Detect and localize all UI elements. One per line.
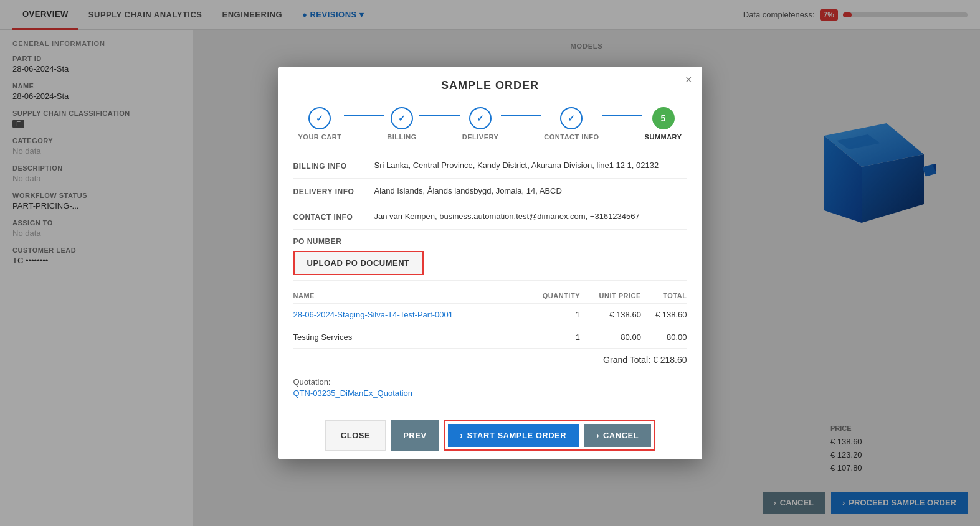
delivery-value: Aland Islands, Ålands landsbygd, Jomala,… (374, 186, 687, 195)
modal-footer: CLOSE PREV › START SAMPLE ORDER › CANCEL (278, 411, 702, 459)
table-row: 28-06-2024-Staging-Silva-T4-Test-Part-00… (293, 304, 687, 326)
step-label-4: CONTACT INFO (544, 133, 599, 141)
step-connector-3 (501, 115, 541, 116)
footer-highlight-box: › START SAMPLE ORDER › CANCEL (444, 420, 655, 451)
billing-key: BILLING INFO (293, 161, 374, 171)
modal-header: SAMPLE ORDER × (278, 67, 702, 102)
billing-info-row: BILLING INFO Sri Lanka, Central Province… (293, 153, 687, 179)
grand-total: Grand Total: € 218.60 (293, 349, 687, 371)
table-row: Testing Services 1 80.00 80.00 (293, 326, 687, 349)
col-name: NAME (293, 288, 526, 304)
step-label-3: DELIVERY (462, 133, 499, 141)
quotation-link[interactable]: QTN-03235_DiManEx_Quotation (293, 388, 413, 398)
step-number-5: 5 (661, 113, 666, 123)
checkmark-icon-3: ✓ (477, 113, 484, 123)
step-summary: 5 SUMMARY (645, 107, 682, 141)
step-circle-2: ✓ (391, 107, 413, 129)
po-label: PO NUMBER (293, 237, 687, 246)
delivery-key: DELIVERY INFO (293, 186, 374, 196)
close-button[interactable]: CLOSE (325, 420, 386, 451)
checkmark-icon-4: ✓ (568, 113, 575, 123)
row2-qty: 1 (525, 326, 580, 349)
billing-value: Sri Lanka, Central Province, Kandy Distr… (374, 161, 687, 170)
start-sample-order-button[interactable]: › START SAMPLE ORDER (448, 424, 579, 447)
step-circle-1: ✓ (308, 107, 331, 129)
row1-qty: 1 (525, 304, 580, 326)
contact-key: CONTACT INFO (293, 212, 374, 222)
table-header-row: NAME QUANTITY UNIT PRICE TOTAL (293, 288, 687, 304)
contact-value: Jan van Kempen, business.automation.test… (374, 212, 687, 221)
step-circle-4: ✓ (560, 107, 583, 129)
row2-name: Testing Services (293, 326, 526, 349)
step-contact-info: ✓ CONTACT INFO (544, 107, 599, 141)
upload-po-document-button[interactable]: UPLOAD PO DOCUMENT (293, 251, 424, 275)
arrow-icon-cancel: › (596, 431, 599, 440)
step-circle-5: 5 (652, 107, 675, 129)
step-label-2: BILLING (387, 133, 417, 141)
step-connector-1 (344, 115, 384, 116)
modal-body: BILLING INFO Sri Lanka, Central Province… (278, 153, 702, 411)
row2-unit-price: 80.00 (580, 326, 641, 349)
col-total: TOTAL (641, 288, 687, 304)
modal-cancel-button[interactable]: › CANCEL (584, 424, 651, 447)
col-quantity: QUANTITY (525, 288, 580, 304)
step-label-1: YOUR CART (298, 133, 342, 141)
contact-info-row: CONTACT INFO Jan van Kempen, business.au… (293, 204, 687, 230)
delivery-info-row: DELIVERY INFO Aland Islands, Ålands land… (293, 179, 687, 204)
checkmark-icon: ✓ (316, 113, 323, 123)
step-connector-4 (602, 115, 642, 116)
sample-order-modal: SAMPLE ORDER × ✓ YOUR CART ✓ BILLING ✓ (278, 67, 702, 459)
modal-overlay: SAMPLE ORDER × ✓ YOUR CART ✓ BILLING ✓ (0, 0, 980, 526)
row1-total: € 138.60 (641, 304, 687, 326)
step-billing: ✓ BILLING (387, 107, 417, 141)
po-number-row: PO NUMBER UPLOAD PO DOCUMENT (293, 230, 687, 281)
modal-close-button[interactable]: × (685, 74, 692, 85)
order-table: NAME QUANTITY UNIT PRICE TOTAL 28-06-202… (293, 288, 687, 349)
checkmark-icon-2: ✓ (398, 113, 406, 123)
step-connector-2 (419, 115, 460, 116)
step-delivery: ✓ DELIVERY (462, 107, 499, 141)
row2-total: 80.00 (641, 326, 687, 349)
arrow-icon-start: › (460, 431, 464, 440)
prev-button[interactable]: PREV (391, 420, 439, 451)
order-stepper: ✓ YOUR CART ✓ BILLING ✓ DELIVERY (278, 102, 702, 153)
row1-unit-price: € 138.60 (580, 304, 641, 326)
col-unit-price: UNIT PRICE (580, 288, 641, 304)
row1-name[interactable]: 28-06-2024-Staging-Silva-T4-Test-Part-00… (293, 304, 526, 326)
modal-title: SAMPLE ORDER (293, 79, 687, 92)
step-label-5: SUMMARY (645, 133, 682, 141)
quotation-label: Quotation: (293, 377, 331, 387)
step-your-cart: ✓ YOUR CART (298, 107, 342, 141)
step-circle-3: ✓ (469, 107, 492, 129)
quotation-section: Quotation: QTN-03235_DiManEx_Quotation (293, 371, 687, 401)
